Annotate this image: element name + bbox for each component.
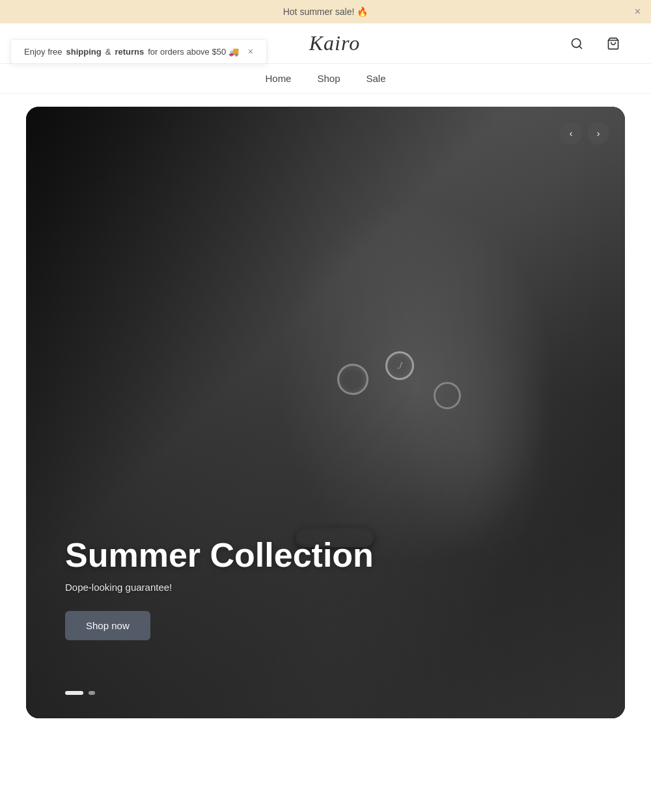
shipping-bold-returns: returns xyxy=(115,47,144,57)
nav-item-home[interactable]: Home xyxy=(265,73,291,84)
announcement-text: Hot summer sale! 🔥 xyxy=(283,7,368,17)
slide-dot-2[interactable] xyxy=(89,691,95,695)
hero-wrapper: ‹ › Summer Collection Dope-looking guara… xyxy=(0,94,651,744)
header-actions xyxy=(565,32,625,55)
site-logo: Kairo xyxy=(309,31,361,55)
search-icon xyxy=(570,37,583,50)
nav-item-shop[interactable]: Shop xyxy=(317,73,340,84)
shipping-banner: Enjoy free shipping & returns for orders… xyxy=(10,39,267,64)
hero-slider: ‹ › Summer Collection Dope-looking guara… xyxy=(26,107,625,718)
shipping-text-mid: & xyxy=(105,47,111,57)
slider-arrows: ‹ › xyxy=(560,122,609,144)
search-button[interactable] xyxy=(565,32,589,55)
prev-slide-button[interactable]: ‹ xyxy=(560,122,582,144)
nav-item-sale[interactable]: Sale xyxy=(367,73,386,84)
announcement-close-button[interactable]: × xyxy=(635,7,641,17)
shipping-banner-close-button[interactable]: × xyxy=(248,46,253,57)
main-nav: Home Shop Sale xyxy=(0,64,651,94)
next-slide-button[interactable]: › xyxy=(587,122,609,144)
hero-content: Summer Collection Dope-looking guarantee… xyxy=(65,537,374,640)
hero-subtitle: Dope-looking guarantee! xyxy=(65,582,374,593)
shipping-text-prefix: Enjoy free xyxy=(24,47,62,57)
bag-icon xyxy=(607,37,620,50)
announcement-bar: Hot summer sale! 🔥 × xyxy=(0,0,651,23)
slider-dots xyxy=(65,691,95,695)
slide-dot-1[interactable] xyxy=(65,691,83,695)
shop-now-button[interactable]: Shop now xyxy=(65,611,150,640)
svg-line-1 xyxy=(579,46,582,48)
cart-button[interactable] xyxy=(602,32,625,55)
hero-title: Summer Collection xyxy=(65,537,374,574)
shipping-text-suffix: for orders above $50 🚚 xyxy=(148,47,239,57)
shipping-bold-shipping: shipping xyxy=(66,47,102,57)
